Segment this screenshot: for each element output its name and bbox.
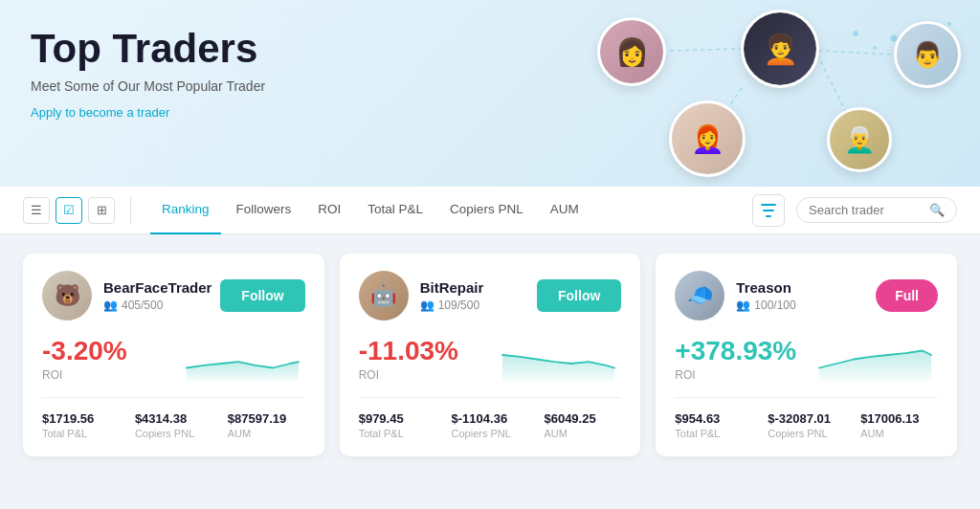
filter-icon xyxy=(761,204,776,217)
trader-followers-1: 👥 405/500 xyxy=(103,299,212,312)
tab-ranking[interactable]: Ranking xyxy=(150,187,221,234)
apply-trader-link[interactable]: Apply to become a trader xyxy=(31,105,169,120)
stat-total-pnl-3: $954.63 Total P&L xyxy=(675,411,760,439)
trader-info-3: 🧢 Treason 👥 100/100 xyxy=(675,271,795,321)
trader-info-2: 🤖 BitRepair 👥 109/500 xyxy=(359,271,484,321)
filter-button[interactable] xyxy=(752,194,785,227)
tab-followers[interactable]: Followers xyxy=(225,187,303,234)
chart-bearfacetrader xyxy=(171,338,305,381)
search-input[interactable] xyxy=(809,203,924,217)
avatar-treason: 🧢 xyxy=(675,271,724,321)
roi-label-3: ROI xyxy=(675,368,796,382)
trader-followers-3: 👥 100/100 xyxy=(736,299,795,312)
chart-treason xyxy=(804,338,938,381)
stat-copiers-pnl-2: $-1104.36 Copiers PNL xyxy=(452,411,537,439)
card-header-1: 🐻 BearFaceTrader 👥 405/500 Follow xyxy=(42,271,305,321)
hero-subtitle: Meet Some of Our Most Popular Trader xyxy=(31,78,949,94)
stat-total-pnl-1: $1719.56 Total P&L xyxy=(42,411,127,439)
stats-row-2: $979.45 Total P&L $-1104.36 Copiers PNL … xyxy=(359,397,622,439)
avatar-bitrepair: 🤖 xyxy=(359,271,409,321)
stats-row-3: $954.63 Total P&L $-32087.01 Copiers PNL… xyxy=(675,397,938,439)
stat-total-pnl-2: $979.45 Total P&L xyxy=(359,411,444,439)
followers-icon-3: 👥 xyxy=(736,299,750,312)
stats-row-1: $1719.56 Total P&L $4314.38 Copiers PNL … xyxy=(42,397,305,439)
tab-copiers-pnl[interactable]: Copiers PNL xyxy=(438,187,535,234)
roi-value-3: +378.93% xyxy=(675,336,796,366)
roi-value-1: -3.20% xyxy=(42,336,127,366)
trader-info-1: 🐻 BearFaceTrader 👥 405/500 xyxy=(42,271,212,321)
trader-name-2: BitRepair xyxy=(420,279,484,296)
roi-section-3: +378.93% ROI xyxy=(675,336,938,382)
tab-roi[interactable]: ROI xyxy=(306,187,352,234)
card-header-2: 🤖 BitRepair 👥 109/500 Follow xyxy=(359,271,622,321)
roi-label-2: ROI xyxy=(359,368,458,382)
svg-point-10 xyxy=(947,22,951,26)
view-icons-group: ☰ ☑ ⊞ xyxy=(23,197,131,224)
trader-followers-2: 👥 109/500 xyxy=(420,299,484,312)
roi-section-2: -11.03% ROI xyxy=(359,336,622,382)
trader-card-treason: 🧢 Treason 👥 100/100 Full +378.93% ROI xyxy=(656,254,957,456)
svg-marker-12 xyxy=(502,355,614,381)
card-header-3: 🧢 Treason 👥 100/100 Full xyxy=(675,271,938,321)
stat-aum-2: $6049.25 AUM xyxy=(544,411,621,439)
page-title: Top Traders xyxy=(31,27,949,71)
full-button-3[interactable]: Full xyxy=(876,279,938,312)
trader-name-1: BearFaceTrader xyxy=(103,279,212,296)
roi-label-1: ROI xyxy=(42,368,127,382)
stat-copiers-pnl-1: $4314.38 Copiers PNL xyxy=(135,411,220,439)
follow-button-2[interactable]: Follow xyxy=(537,279,621,312)
list-view-button[interactable]: ☰ xyxy=(23,197,50,224)
cards-area: 🐻 BearFaceTrader 👥 405/500 Follow -3.20%… xyxy=(0,234,980,476)
stat-aum-3: $17006.13 AUM xyxy=(860,411,938,439)
check-view-button[interactable]: ☑ xyxy=(56,197,82,224)
roi-value-2: -11.03% xyxy=(359,336,458,366)
followers-icon-2: 👥 xyxy=(420,299,434,312)
trader-card-bearfacetrader: 🐻 BearFaceTrader 👥 405/500 Follow -3.20%… xyxy=(23,254,324,456)
stat-copiers-pnl-3: $-32087.01 Copiers PNL xyxy=(768,411,853,439)
search-box[interactable]: 🔍 xyxy=(796,197,957,223)
follow-button-1[interactable]: Follow xyxy=(220,279,304,312)
trader-card-bitrepair: 🤖 BitRepair 👥 109/500 Follow -11.03% ROI xyxy=(340,254,641,456)
tab-aum[interactable]: AUM xyxy=(539,187,590,234)
roi-section-1: -3.20% ROI xyxy=(42,336,305,382)
search-icon: 🔍 xyxy=(929,203,945,217)
tabs-bar: ☰ ☑ ⊞ Ranking Followers ROI Total P&L Co… xyxy=(0,187,980,234)
chart-bitrepair xyxy=(487,338,621,381)
grid-view-button[interactable]: ⊞ xyxy=(88,197,115,224)
hero-section: Top Traders Meet Some of Our Most Popula… xyxy=(0,0,980,187)
avatar-bearfacetrader: 🐻 xyxy=(42,271,92,321)
stat-aum-1: $87597.19 AUM xyxy=(228,411,305,439)
trader-name-3: Treason xyxy=(736,279,795,296)
tab-total-pnl[interactable]: Total P&L xyxy=(356,187,434,234)
svg-marker-13 xyxy=(819,350,931,381)
followers-icon-1: 👥 xyxy=(103,299,118,312)
